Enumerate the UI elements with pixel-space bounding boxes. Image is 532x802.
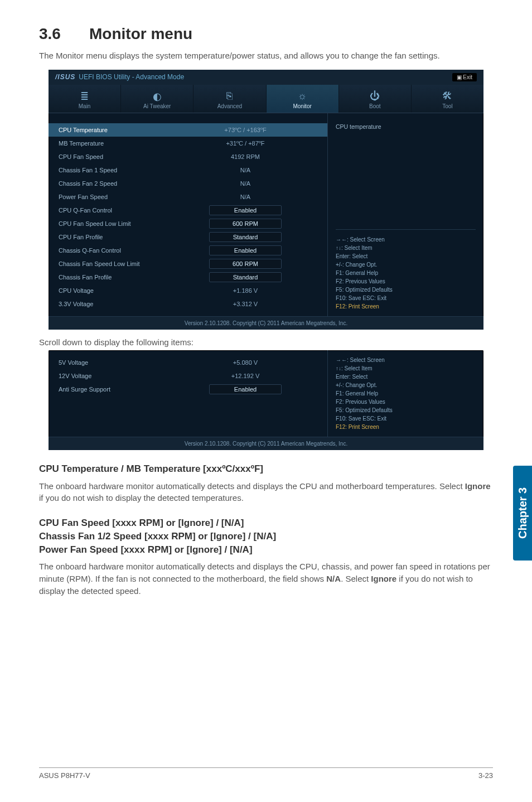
- help-line: F12: Print Screen: [336, 302, 476, 311]
- row-chassis-qfan-control[interactable]: Chassis Q-Fan ControlEnabled: [49, 244, 327, 257]
- subsection-heading: CPU Fan Speed [xxxx RPM] or [Ignore] / […: [39, 516, 493, 556]
- bios-brand: /ISUS: [55, 73, 75, 81]
- intro-paragraph: The Monitor menu displays the system tem…: [39, 50, 493, 62]
- bios-help-pane: →←: Select Screen ↑↓: Select Item Enter:…: [327, 350, 483, 437]
- row-cpu-voltage[interactable]: CPU Voltage+1.186 V: [49, 284, 327, 297]
- subsection-body: The onboard hardware monitor automatical…: [39, 561, 493, 597]
- bios-keymap: →←: Select Screen ↑↓: Select Item Enter:…: [336, 229, 476, 311]
- row-chassis-fan1-speed[interactable]: Chassis Fan 1 SpeedN/A: [49, 163, 327, 177]
- row-chassis-fan-profile[interactable]: Chassis Fan ProfileStandard: [49, 270, 327, 284]
- help-line: ↑↓: Select Item: [336, 364, 476, 373]
- bios-help-pane: CPU temperature →←: Select Screen ↑↓: Se…: [327, 113, 483, 316]
- help-line: F10: Save ESC: Exit: [336, 294, 476, 302]
- bios-footer: Version 2.10.1208. Copyright (C) 2011 Am…: [49, 316, 483, 330]
- monitor-icon: ☼: [267, 90, 338, 103]
- bios-settings-list: CPU Temperature+73ºC / +163ºF MB Tempera…: [49, 113, 327, 316]
- bios-titlebar: /ISUS UEFI BIOS Utility - Advanced Mode …: [49, 70, 483, 85]
- bios-body: CPU Temperature+73ºC / +163ºF MB Tempera…: [49, 113, 483, 316]
- help-line: +/-: Change Opt.: [336, 381, 476, 389]
- section-title: Monitor menu: [89, 25, 192, 42]
- row-12v-voltage[interactable]: 12V Voltage+12.192 V: [49, 369, 327, 383]
- help-line: F2: Previous Values: [336, 277, 476, 286]
- row-5v-voltage[interactable]: 5V Voltage+5.080 V: [49, 356, 327, 369]
- exit-icon: ▣: [457, 74, 463, 80]
- row-cpu-fan-speed[interactable]: CPU Fan Speed4192 RPM: [49, 150, 327, 163]
- bios-exit-button[interactable]: ▣ Exit: [452, 73, 477, 81]
- tab-boot[interactable]: ⏻Boot: [339, 85, 412, 113]
- tab-advanced[interactable]: ⎘Advanced: [194, 85, 266, 113]
- help-line: →←: Select Screen: [336, 356, 476, 364]
- row-power-fan-speed[interactable]: Power Fan SpeedN/A: [49, 190, 327, 204]
- help-line: F1: General Help: [336, 389, 476, 398]
- help-line: ↑↓: Select Item: [336, 244, 476, 252]
- bios-utility-name: UEFI BIOS Utility - Advanced Mode: [79, 73, 184, 81]
- footer-model: ASUS P8H77-V: [39, 771, 90, 780]
- row-chassis-fan2-speed[interactable]: Chassis Fan 2 SpeedN/A: [49, 177, 327, 190]
- help-line: F12: Print Screen: [336, 423, 476, 431]
- section-heading: 3.6Monitor menu: [39, 25, 493, 43]
- subsection-heading: CPU Temperature / MB Temperature [xxxºC/…: [39, 462, 493, 476]
- tweak-icon: ◐: [121, 90, 193, 103]
- subsection-body: The onboard hardware monitor automatical…: [39, 480, 493, 505]
- row-cpu-qfan-control[interactable]: CPU Q-Fan ControlEnabled: [49, 204, 327, 217]
- help-line: F5: Optimized Defaults: [336, 406, 476, 414]
- page-footer: ASUS P8H77-V 3-23: [39, 767, 493, 780]
- help-line: F5: Optimized Defaults: [336, 286, 476, 294]
- footer-page-number: 3-23: [478, 771, 493, 780]
- tab-tool[interactable]: 🛠Tool: [412, 85, 483, 113]
- list-icon: ≣: [49, 90, 120, 103]
- bios-screenshot-main: /ISUS UEFI BIOS Utility - Advanced Mode …: [49, 70, 483, 330]
- scroll-note: Scroll down to display the following ite…: [39, 337, 493, 347]
- help-line: F2: Previous Values: [336, 398, 476, 406]
- row-anti-surge[interactable]: Anti Surge SupportEnabled: [49, 383, 327, 396]
- help-line: →←: Select Screen: [336, 235, 476, 244]
- tab-main[interactable]: ≣Main: [49, 85, 121, 113]
- row-3v3-voltage[interactable]: 3.3V Voltage+3.312 V: [49, 297, 327, 311]
- help-line: Enter: Select: [336, 373, 476, 381]
- chapter-tab: Chapter 3: [513, 466, 532, 561]
- help-line: Enter: Select: [336, 252, 476, 260]
- help-line: F1: General Help: [336, 269, 476, 277]
- bios-body: 5V Voltage+5.080 V 12V Voltage+12.192 V …: [49, 350, 483, 437]
- section-number: 3.6: [39, 25, 89, 43]
- row-cpu-temperature[interactable]: CPU Temperature+73ºC / +163ºF: [49, 123, 327, 137]
- help-line: F10: Save ESC: Exit: [336, 414, 476, 423]
- tab-ai-tweaker[interactable]: ◐Ai Tweaker: [121, 85, 194, 113]
- row-chassis-fan-low-limit[interactable]: Chassis Fan Speed Low Limit600 RPM: [49, 257, 327, 270]
- bios-settings-list: 5V Voltage+5.080 V 12V Voltage+12.192 V …: [49, 350, 327, 437]
- bios-footer: Version 2.10.1208. Copyright (C) 2011 Am…: [49, 437, 483, 450]
- power-icon: ⏻: [339, 90, 411, 103]
- chip-icon: ⎘: [194, 90, 265, 103]
- tool-icon: 🛠: [412, 90, 483, 103]
- bios-screenshot-scroll: 5V Voltage+5.080 V 12V Voltage+12.192 V …: [49, 350, 483, 450]
- bios-keymap: →←: Select Screen ↑↓: Select Item Enter:…: [336, 356, 476, 431]
- bios-help-title: CPU temperature: [336, 123, 476, 130]
- row-cpu-fan-low-limit[interactable]: CPU Fan Speed Low Limit600 RPM: [49, 217, 327, 230]
- tab-monitor[interactable]: ☼Monitor: [267, 85, 339, 113]
- bios-tabs: ≣Main ◐Ai Tweaker ⎘Advanced ☼Monitor ⏻Bo…: [49, 85, 483, 113]
- row-cpu-fan-profile[interactable]: CPU Fan ProfileStandard: [49, 230, 327, 244]
- row-mb-temperature[interactable]: MB Temperature+31ºC / +87ºF: [49, 137, 327, 150]
- help-line: +/-: Change Opt.: [336, 260, 476, 269]
